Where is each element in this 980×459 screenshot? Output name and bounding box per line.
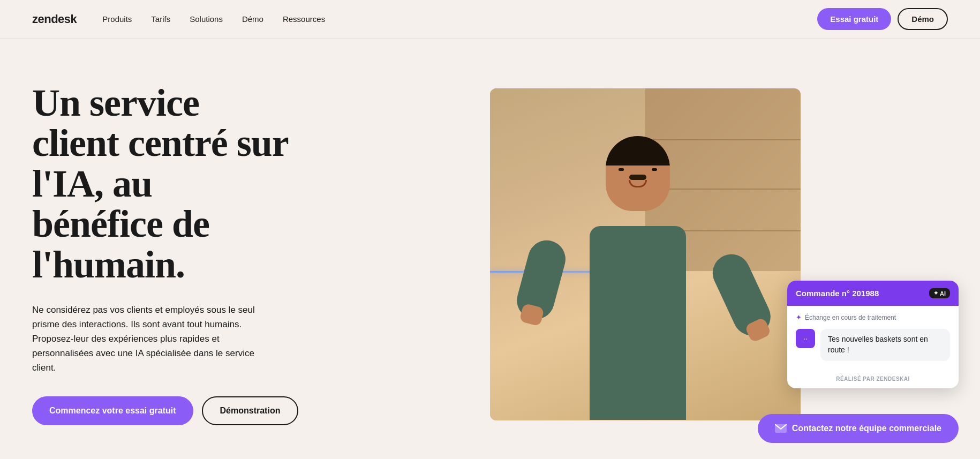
hero-photo-bg	[490, 88, 801, 420]
hero-image	[490, 88, 801, 420]
navigation: zendesk Produits Tarifs Solutions Démo R…	[0, 0, 980, 39]
nav-ressources[interactable]: Ressources	[283, 14, 325, 24]
man-head	[606, 136, 670, 211]
chat-status-icon: ✦	[796, 313, 802, 321]
hero-title: Un service client centré sur l'IA, au bé…	[32, 83, 289, 285]
chat-bubble: Tes nouvelles baskets sont en route !	[820, 329, 950, 360]
man-torso	[590, 226, 686, 420]
hero-subtitle: Ne considérez pas vos clients et employé…	[32, 303, 262, 375]
hero-section: Un service client centré sur l'IA, au bé…	[0, 39, 980, 459]
envelope-icon	[775, 424, 787, 433]
chat-avatar: ··	[796, 329, 815, 348]
logo[interactable]: zendesk	[32, 12, 77, 26]
chat-status: ✦ Échange en cours de traitement	[796, 313, 950, 321]
nav-solutions[interactable]: Solutions	[190, 14, 223, 24]
chat-order-title: Commande n° 201988	[796, 289, 879, 298]
contact-button-label: Contactez notre équipe commerciale	[792, 424, 941, 433]
man-eye-right	[652, 168, 657, 171]
man-smile	[629, 180, 647, 187]
nav-demo[interactable]: Démo	[242, 14, 263, 24]
hero-demo-button[interactable]: Démonstration	[202, 396, 299, 425]
man-eye-left	[619, 168, 624, 171]
nav-essai-button[interactable]: Essai gratuit	[817, 8, 891, 30]
nav-produits[interactable]: Produits	[102, 14, 132, 24]
nav-actions: Essai gratuit Démo	[817, 8, 948, 30]
man-arm-left	[512, 236, 569, 323]
man-figure	[521, 122, 754, 420]
chat-card-body: ✦ Échange en cours de traitement ·· Tes …	[787, 306, 959, 375]
chat-card-header: Commande n° 201988 ✦ AI	[787, 281, 959, 306]
man-hand-right	[744, 317, 772, 343]
man-hand-left	[519, 303, 545, 326]
contact-button[interactable]: Contactez notre équipe commerciale	[758, 414, 959, 443]
hero-buttons: Commencez votre essai gratuit Démonstrat…	[32, 396, 289, 425]
nav-tarifs[interactable]: Tarifs	[151, 14, 170, 24]
chat-card: Commande n° 201988 ✦ AI ✦ Échange en cou…	[787, 281, 959, 388]
nav-links: Produits Tarifs Solutions Démo Ressource…	[102, 14, 817, 24]
man-hair	[606, 136, 670, 165]
hero-left: Un service client centré sur l'IA, au bé…	[32, 83, 311, 426]
hero-right: Commande n° 201988 ✦ AI ✦ Échange en cou…	[343, 88, 948, 420]
man-beard	[629, 175, 646, 180]
chat-status-text: Échange en cours de traitement	[805, 314, 896, 321]
chat-footer: RÉALISÉ PAR ZENDESKAI	[787, 376, 959, 388]
ai-badge-label: AI	[940, 290, 946, 297]
ai-badge: ✦ AI	[929, 288, 950, 298]
nav-demo-button[interactable]: Démo	[898, 8, 948, 30]
chat-message-text: Tes nouvelles baskets sont en route !	[828, 335, 928, 354]
ai-star-icon: ✦	[933, 290, 938, 297]
chat-avatar-icon: ··	[803, 334, 808, 343]
chat-message-row: ·· Tes nouvelles baskets sont en route !	[796, 329, 950, 360]
hero-essai-button[interactable]: Commencez votre essai gratuit	[32, 396, 193, 425]
